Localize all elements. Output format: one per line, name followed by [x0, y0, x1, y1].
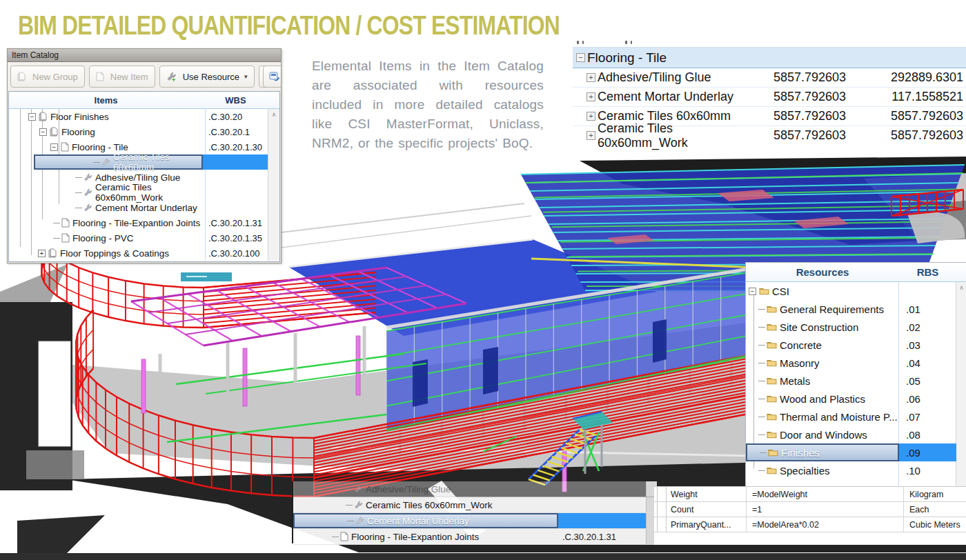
export-icon	[269, 72, 280, 82]
table-row[interactable]: + Ceramic Tiles 60x60mm_Work 5857.792603…	[573, 126, 966, 145]
wrench-icon	[355, 517, 364, 526]
tree-row[interactable]: General Requirements.01	[746, 300, 966, 318]
wrench-icon	[83, 203, 92, 212]
tree-row[interactable]: Ceramic Tiles 60x60mm_Work	[293, 497, 657, 513]
tree-row-selected[interactable]: Cement Mortar Underlay	[293, 513, 657, 529]
tree-row[interactable]: Door and Windows.08	[746, 426, 966, 443]
tree-row-label: Floor Toppings & Coatings	[60, 248, 169, 259]
window-titlebar[interactable]: Item Catalog	[8, 49, 281, 62]
tree-row[interactable]: Specialties.10	[746, 461, 966, 479]
tree-row-selected[interactable]: Finishes.09	[746, 443, 966, 461]
expand-icon[interactable]: +	[586, 131, 595, 140]
property-formula[interactable]: =ModelWeight	[747, 487, 904, 501]
property-formula[interactable]: =1	[747, 502, 904, 517]
tree-row[interactable]: Flooring - PVC .C.30.20.1.35	[9, 230, 279, 246]
tree-row[interactable]: Wood and Plastics.06	[746, 390, 966, 408]
quantity-value: 5857.792603	[745, 70, 864, 85]
tree-row[interactable]: Adhesive/Tiling Glue	[293, 481, 657, 497]
rbs-value: .03	[899, 336, 956, 354]
tree-row[interactable]: Concrete.03	[746, 336, 966, 354]
item-catalog-toolbar: New Group New Item + Use Resource ▾ ✕ De…	[8, 62, 281, 91]
property-unit: Kilogram	[904, 487, 966, 501]
tree-row[interactable]: −CSI	[746, 282, 966, 300]
pages-icon	[50, 127, 59, 137]
rbs-value: .02	[899, 318, 956, 336]
tree-row[interactable]: Site Construction.02	[746, 318, 966, 336]
scrollbar[interactable]: ∧	[268, 109, 279, 261]
tree-row[interactable]: Cement Mortar Underlay	[9, 200, 279, 215]
collapse-icon[interactable]: −	[576, 53, 585, 62]
use-resource-button[interactable]: + Use Resource ▾	[159, 66, 255, 88]
wrench-icon	[83, 188, 92, 197]
tree-row[interactable]: + Floor Toppings & Coatings .C.30.20.100	[9, 246, 279, 261]
tree-row[interactable]: − Floor Finishes .C.30.20	[9, 109, 279, 124]
wbs-value: .C.30.20	[203, 109, 268, 124]
tree-row-selected[interactable]: Ceramic Tiles 60x60mm	[9, 154, 279, 170]
wrench-icon	[83, 173, 92, 182]
new-group-button[interactable]: New Group	[10, 66, 85, 88]
wbs-value	[558, 497, 646, 512]
pages-icon	[48, 248, 57, 258]
folder-icon	[767, 341, 777, 349]
scroll-up-icon[interactable]: ∧	[268, 109, 279, 118]
collapse-icon[interactable]: −	[50, 143, 58, 151]
collapse-icon[interactable]: −	[39, 128, 47, 136]
property-row[interactable]: Count =1 Each	[654, 502, 966, 517]
group-header-row[interactable]: − Flooring - Tile	[573, 47, 966, 68]
column-header-resources[interactable]: Resources	[746, 263, 899, 281]
collapse-icon[interactable]: −	[28, 113, 36, 121]
column-header-wbs[interactable]: WBS	[203, 92, 268, 108]
rbs-value: .06	[899, 390, 956, 408]
resource-label: Wood and Plastics	[780, 393, 865, 405]
column-header-items[interactable]: Items	[9, 92, 203, 108]
item-tree-fragment: Adhesive/Tiling Glue Ceramic Tiles 60x60…	[292, 481, 657, 543]
collapse-icon[interactable]: −	[749, 288, 756, 295]
page-icon	[61, 233, 70, 243]
table-row[interactable]: + Cement Mortar Underlay 5857.792603 117…	[573, 88, 966, 107]
wbs-value: .C.30.20.100	[203, 246, 268, 261]
expand-icon[interactable]: +	[586, 92, 595, 101]
table-row[interactable]: + Adhesive/Tiling Glue 5857.792603 29288…	[573, 68, 966, 88]
new-group-label: New Group	[32, 72, 78, 82]
tree-row[interactable]: Masonry.04	[746, 354, 966, 372]
quantity-value: 117.1558521	[864, 90, 966, 104]
property-row[interactable]: PrimaryQuant... =ModelArea*0.02 Cubic Me…	[654, 517, 966, 532]
new-item-button[interactable]: New Item	[89, 66, 155, 88]
rbs-value: .10	[899, 461, 956, 479]
quantity-value: 5857.792603	[745, 109, 864, 123]
page-icon	[340, 532, 348, 541]
folder-icon	[767, 305, 777, 313]
resource-label: Metals	[780, 375, 810, 387]
slide: BIM DETAILED QUANTIFICATION / COST ESTIM…	[0, 0, 966, 560]
folder-icon	[767, 377, 777, 385]
wrench-icon	[354, 501, 363, 510]
chevron-down-icon: ▾	[244, 73, 248, 80]
expand-icon[interactable]: +	[38, 250, 46, 257]
tree-row[interactable]: − Flooring .C.30.20.1	[9, 124, 279, 139]
tree-row[interactable]: Flooring - Tile-Expantion Joints .C.30.2…	[293, 529, 657, 545]
export-button[interactable]	[263, 66, 281, 88]
expand-icon[interactable]: +	[586, 112, 595, 121]
resource-name: Ceramic Tiles 60x60mm_Work	[598, 121, 745, 150]
resource-label: Concrete	[780, 339, 822, 351]
column-header-rbs[interactable]: RBS	[899, 263, 956, 281]
resource-label: Thermal and Moisture P...	[780, 411, 898, 423]
tree-row[interactable]: Flooring - Tile-Expantion Joints .C.30.2…	[9, 215, 279, 230]
slide-description: Elemental Items in the Item Catalog are …	[312, 57, 544, 153]
tree-row[interactable]: Ceramic Tiles 60x60mm_Work	[9, 185, 279, 200]
property-row[interactable]: Weight =ModelWeight Kilogram	[654, 487, 966, 502]
wbs-value	[203, 170, 268, 185]
property-unit: Cubic Meters	[904, 517, 966, 532]
wbs-value	[203, 200, 268, 215]
tree-row[interactable]: Metals.05	[746, 372, 966, 390]
new-item-label: New Item	[110, 72, 148, 82]
quantity-value: 5857.792603	[745, 128, 864, 143]
property-formula[interactable]: =ModelArea*0.02	[747, 517, 904, 532]
quantity-value: 5857.792603	[864, 109, 966, 123]
folder-icon	[767, 359, 777, 367]
expand-icon[interactable]: +	[586, 73, 595, 82]
wbs-value	[203, 154, 268, 170]
resource-label: Finishes	[781, 447, 820, 459]
resource-label: General Requirements	[780, 303, 884, 315]
tree-row[interactable]: Thermal and Moisture P....07	[746, 408, 966, 426]
